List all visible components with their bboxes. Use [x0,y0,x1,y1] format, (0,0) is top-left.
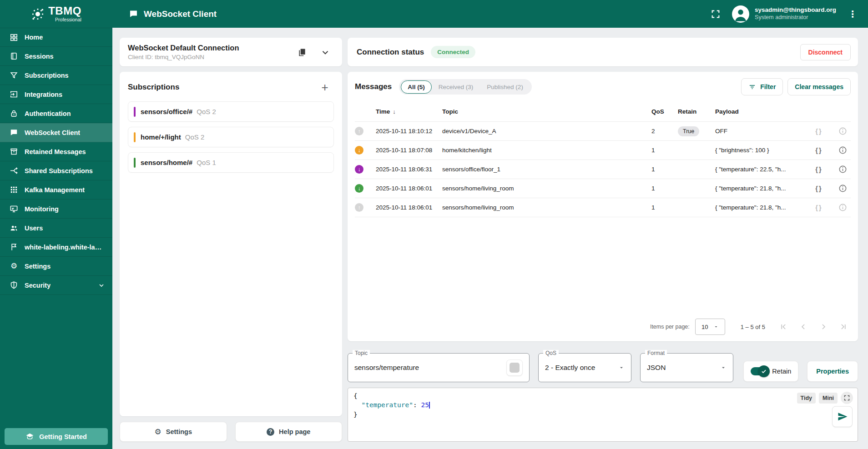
properties-button[interactable]: Properties [807,361,858,382]
getting-started-button[interactable]: Getting Started [5,428,108,445]
table-row[interactable]: ↓ 2025-10-11 18:06:01 sensors/home/livin… [355,179,851,198]
qos-select[interactable]: QoS 2 - Exactly once [538,353,631,382]
sidebar-item-retained-messages[interactable]: Retained Messages [0,142,112,161]
brand-logo[interactable]: TBMQ Professional [0,0,112,28]
sidebar-item-home[interactable]: Home [0,28,112,47]
table-row[interactable]: ↓ 2025-10-11 18:07:08 home/kitchen/light… [355,141,851,160]
editor-code[interactable]: { "temperature": 25} [353,391,852,419]
received-arrow-down-icon: ↓ [355,146,363,155]
subscription-item[interactable]: sensors/office/# QoS 2 [128,101,334,122]
received-arrow-down-icon: ↓ [355,184,363,193]
chevron-down-icon [98,282,105,289]
copy-icon[interactable] [298,48,307,57]
filter-button[interactable]: Filter [741,78,783,95]
payload-editor[interactable]: { "temperature": 25} Tidy Mini [348,388,858,442]
user-email: sysadmin@thingsboard.org [755,6,836,14]
caret-down-icon [618,364,625,371]
received-arrow-down-icon: ↓ [355,165,363,174]
sidebar-item-shared-subscriptions[interactable]: Shared Subscriptions [0,161,112,180]
page-title: WebSocket Client [129,9,217,19]
previous-page-icon[interactable] [799,322,808,331]
tab-all[interactable]: All (5) [401,80,432,94]
sidebar-item-white-labeling[interactable]: white-labeling.white-labeli... [0,238,112,257]
format-value: JSON [647,364,666,372]
fullscreen-button[interactable] [707,5,725,23]
next-page-icon[interactable] [819,322,828,331]
info-icon[interactable] [838,203,847,212]
sidebar-item-security[interactable]: Security [0,276,112,295]
info-icon[interactable] [838,165,847,174]
column-time[interactable]: Time↓ [376,108,442,115]
column-topic[interactable]: Topic [442,108,651,115]
view-payload-json-icon[interactable]: {} [815,185,822,192]
published-arrow-up-icon: ↑ [355,203,363,212]
info-icon[interactable] [838,146,847,155]
view-payload-json-icon[interactable]: {} [815,204,822,211]
subscription-item[interactable]: home/+/light QoS 2 [128,127,334,147]
editor-fullscreen-icon[interactable] [841,392,853,404]
last-page-icon[interactable] [839,322,848,331]
user-role: System administrator [755,14,836,21]
connection-card[interactable]: WebSocket Default Connection Client ID: … [120,38,342,66]
add-subscription-plus-icon[interactable]: + [316,78,334,96]
sidebar-nav: Home Sessions Subscriptions Integrations… [0,28,112,295]
subscription-item[interactable]: sensors/home/# QoS 1 [128,152,334,173]
tab-received[interactable]: Received (3) [432,80,480,94]
format-select[interactable]: Format JSON [640,353,733,382]
pagination: Items per page: 10 1 – 5 of 5 [355,319,851,337]
sidebar-item-kafka-management[interactable]: Kafka Management [0,180,112,200]
clear-messages-button[interactable]: Clear messages [787,78,851,95]
column-qos[interactable]: QoS [651,108,678,115]
column-retain[interactable]: Retain [678,108,715,115]
help-page-button[interactable]: ? Help page [235,422,343,442]
view-payload-json-icon[interactable]: {} [815,128,822,135]
table-row[interactable]: ↑ 2025-10-11 18:06:01 sensors/home/livin… [355,198,851,217]
view-payload-json-icon[interactable]: {} [815,147,822,154]
sidebar-item-subscriptions[interactable]: Subscriptions [0,66,112,85]
toggle-on-icon [751,367,768,375]
expand-connection-chevron-icon[interactable] [320,47,330,57]
people-icon [10,224,18,232]
info-icon[interactable] [838,127,847,135]
info-icon[interactable] [838,184,847,193]
kebab-menu-icon[interactable]: ⋮ [843,5,862,23]
school-icon [25,432,34,441]
mini-button[interactable]: Mini [819,393,838,404]
topic-field[interactable]: Topic sensors/temperature [348,353,530,382]
messages-filter-tabs: All (5) Received (3) Published (2) [399,79,532,95]
send-message-button[interactable] [832,406,853,427]
sidebar-item-sessions[interactable]: Sessions [0,47,112,66]
items-per-page-label: Items per page: [650,324,690,330]
sidebar-item-users[interactable]: Users [0,219,112,238]
tab-published[interactable]: Published (2) [480,80,530,94]
sidebar-item-monitoring[interactable]: Monitoring [0,200,112,219]
chat-bubble-icon [129,9,138,19]
user-avatar[interactable] [732,5,749,23]
retain-toggle[interactable]: Retain [743,361,798,382]
disconnect-button[interactable]: Disconnect [800,44,851,60]
tbmq-logo-icon [31,7,45,21]
column-payload[interactable]: Payload [715,108,806,115]
sidebar-item-websocket-client[interactable]: WebSocket Client [0,123,112,142]
json-key: "temperature" [361,401,413,409]
sidebar-item-settings[interactable]: ⚙ Settings [0,257,112,276]
subscriptions-panel: Subscriptions + sensors/office/# QoS 2 h… [120,72,342,416]
gear-icon: ⚙ [10,262,18,270]
user-info[interactable]: sysadmin@thingsboard.org System administ… [755,6,836,21]
topic-color-picker-button[interactable] [506,359,523,376]
sidebar-item-authentication[interactable]: Authentication [0,104,112,123]
table-row[interactable]: ↓ 2025-10-11 18:06:31 sensors/office/flo… [355,160,851,179]
messages-table: Time↓ Topic QoS Retain Payload ↑ 2025-10… [355,102,851,217]
connection-name: WebSocket Default Connection [128,44,239,52]
subscriptions-title: Subscriptions [128,83,179,92]
tidy-button[interactable]: Tidy [797,393,816,404]
first-page-icon[interactable] [779,322,788,331]
sidebar-item-integrations[interactable]: Integrations [0,85,112,104]
view-payload-json-icon[interactable]: {} [815,166,822,173]
table-row[interactable]: ↑ 2025-10-11 18:10:12 device/v1/Device_A… [355,122,851,141]
shield-icon [10,281,18,289]
items-per-page-select[interactable]: 10 [695,319,725,335]
help-icon: ? [267,428,274,436]
sort-desc-icon: ↓ [393,108,396,115]
settings-button[interactable]: ⚙ Settings [120,422,227,442]
